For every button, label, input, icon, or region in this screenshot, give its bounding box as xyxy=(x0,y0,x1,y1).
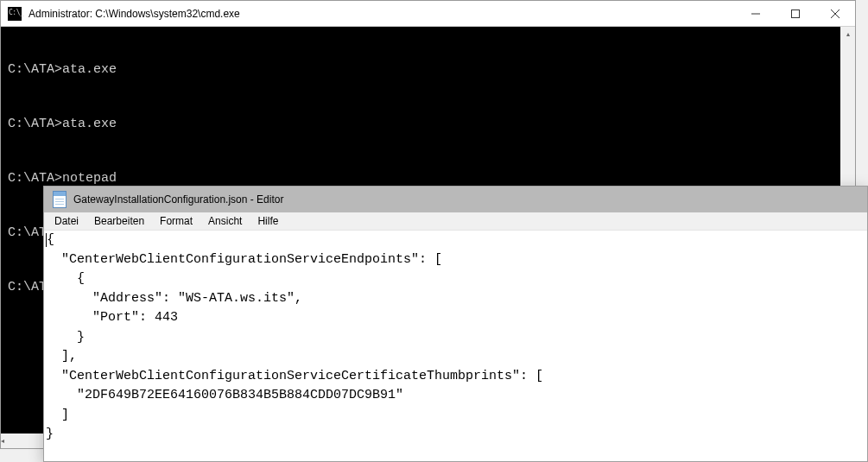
notepad-titlebar[interactable]: GatewayInstallationConfiguration.json - … xyxy=(44,187,867,212)
notepad-menubar: Datei Bearbeiten Format Ansicht Hilfe xyxy=(44,212,867,231)
scroll-up-button[interactable]: ▴ xyxy=(840,27,855,41)
cmd-titlebar[interactable]: Administrator: C:\Windows\system32\cmd.e… xyxy=(1,1,855,27)
notepad-text-area[interactable]: { "CenterWebClientConfigurationServiceEn… xyxy=(44,231,867,461)
close-icon xyxy=(831,9,839,18)
menu-format[interactable]: Format xyxy=(153,213,200,229)
cmd-title: Administrator: C:\Windows\system32\cmd.e… xyxy=(29,8,736,20)
menu-view[interactable]: Ansicht xyxy=(201,213,249,229)
minimize-button[interactable] xyxy=(736,1,776,26)
close-button[interactable] xyxy=(815,1,855,26)
menu-file[interactable]: Datei xyxy=(48,213,86,229)
maximize-button[interactable] xyxy=(776,1,815,26)
cmd-window-controls xyxy=(736,1,855,26)
menu-edit[interactable]: Bearbeiten xyxy=(87,213,151,229)
cmd-icon xyxy=(8,7,22,21)
notepad-title: GatewayInstallationConfiguration.json - … xyxy=(73,193,283,206)
svg-rect-1 xyxy=(792,9,800,17)
notepad-window: GatewayInstallationConfiguration.json - … xyxy=(43,186,868,462)
notepad-content: { "CenterWebClientConfigurationServiceEn… xyxy=(46,232,543,441)
menu-help[interactable]: Hilfe xyxy=(250,213,285,229)
maximize-icon xyxy=(791,9,800,18)
notepad-icon xyxy=(53,191,67,208)
minimize-icon xyxy=(751,9,760,18)
